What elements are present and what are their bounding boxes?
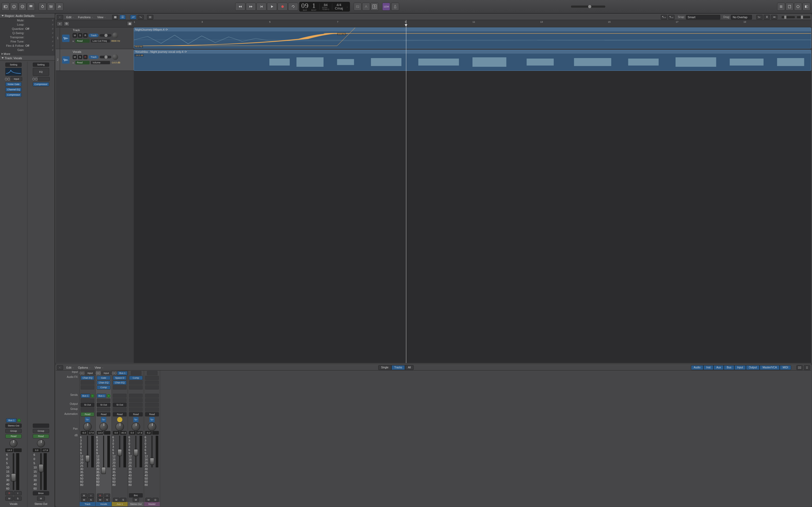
v-zoom-slider[interactable] (781, 16, 795, 18)
list-editors-button[interactable] (777, 3, 785, 11)
pan-knob[interactable] (112, 33, 118, 38)
strip-name[interactable]: Stereo Out (128, 502, 144, 506)
fx-slot-empty[interactable] (145, 385, 159, 390)
fader[interactable]: 605101520304060 (33, 453, 49, 490)
output-slot[interactable]: St Out (97, 403, 110, 407)
arrange-area[interactable]: 135791113151719 NightJourney-84bpm.4⟳ (134, 20, 811, 363)
track-header[interactable]: 1 Track MSR Track ▸ Read Low Cut Freq 95… (56, 27, 134, 49)
automation-slot[interactable]: Read (81, 412, 94, 416)
automation-value[interactable]: -14.0 dB (111, 61, 120, 64)
i-button[interactable]: I (104, 494, 110, 498)
inspector-row[interactable]: Quantize:Off⇵ (0, 27, 55, 31)
duplicate-track-button[interactable]: ⧉ (64, 21, 69, 26)
browsers-button[interactable] (803, 3, 810, 11)
input-slot[interactable]: Input (101, 371, 111, 375)
strip-name[interactable]: Aux 1 (112, 502, 128, 506)
fx-slot[interactable]: Gate (97, 376, 110, 380)
mixer-back-button[interactable] (57, 365, 63, 370)
pan-knob[interactable] (148, 422, 156, 431)
master-volume-slider[interactable] (571, 6, 605, 8)
record-button[interactable] (277, 3, 288, 11)
quick-help-button[interactable]: ? (18, 3, 27, 11)
s-button[interactable]: S (104, 498, 110, 502)
editors-button[interactable] (55, 3, 63, 11)
fx-slot[interactable]: Space D (113, 376, 126, 380)
m-button[interactable]: M (113, 498, 119, 502)
region-header[interactable]: Region: Audio Defaults (0, 13, 55, 18)
type-tab-output[interactable]: Output (746, 365, 760, 370)
output-slot[interactable] (145, 403, 159, 407)
autopunch-button[interactable] (362, 3, 370, 11)
inspector-row[interactable]: Gain:⇵ (0, 48, 55, 52)
eq-slot[interactable]: EQ (33, 68, 49, 76)
view-menu[interactable]: View⌵ (93, 365, 105, 370)
db-peak[interactable] (152, 431, 159, 435)
send-slot-empty[interactable] (145, 394, 159, 398)
r-button[interactable]: R (83, 55, 88, 59)
input-slot[interactable] (131, 371, 141, 375)
ruler[interactable]: 135791113151719 (134, 20, 811, 27)
track-icon[interactable] (62, 56, 69, 64)
pointer-tool[interactable]: ↖⌵ (661, 15, 667, 19)
group-slot[interactable]: Group (33, 429, 49, 433)
view-menu[interactable]: View⌵ (95, 15, 108, 19)
input-slot[interactable] (38, 77, 50, 81)
wave-icon[interactable] (133, 417, 139, 422)
input-slot[interactable]: Bus 1 (117, 371, 128, 375)
drag-select[interactable]: No Overlap (731, 15, 752, 19)
db-peak[interactable]: -17.9 (136, 431, 143, 435)
automation-value[interactable]: 9500 Hz (111, 40, 120, 42)
pan-knob[interactable] (99, 422, 108, 431)
fx-slot-empty[interactable] (81, 381, 94, 385)
input-slot[interactable]: Input (11, 77, 22, 81)
type-tab-inst[interactable]: Inst (703, 365, 713, 370)
db-value[interactable]: -14.0 (97, 431, 103, 435)
narrow-strip-button[interactable]: ▯ (804, 365, 810, 370)
fader[interactable]: 63036912162025303540506080 (128, 435, 144, 493)
m-button[interactable]: M (145, 498, 152, 502)
automation-param[interactable]: Low Cut Freq (91, 39, 110, 43)
type-tab-aux[interactable]: Aux (713, 365, 724, 370)
inspector-row[interactable]: Q-Swing:⇵ (0, 31, 55, 35)
bnc-button[interactable]: Bnc (129, 493, 143, 498)
inspector-row[interactable]: Flex & Follow:Off⇵ (0, 44, 55, 48)
output-slot[interactable]: St Out (81, 403, 94, 407)
metronome-button[interactable] (391, 3, 399, 11)
list-view-button[interactable]: ☰ (119, 15, 126, 19)
i-button[interactable]: I (14, 491, 22, 495)
h-zoom-slider[interactable] (797, 16, 810, 18)
wave-icon[interactable] (101, 417, 106, 422)
pan-knob[interactable] (115, 422, 124, 431)
send-slot[interactable]: Bus 1 (81, 394, 90, 398)
pan-knob[interactable] (9, 439, 17, 447)
s-button[interactable]: S (78, 55, 82, 59)
loops-button[interactable] (794, 3, 802, 11)
track-header[interactable]: Track: Vocals (0, 56, 55, 60)
stop-button[interactable] (256, 3, 266, 11)
fx-slot-empty[interactable] (145, 381, 159, 385)
region-track-1[interactable]: NightJourney-84bpm.4⟳ 9500 Hz 50.0 Hz (134, 27, 811, 49)
lcd-chevron-icon[interactable]: ⌵ (347, 6, 348, 8)
view-tab-tracks[interactable]: Tracks (392, 365, 405, 370)
more-disclosure[interactable]: More (0, 52, 55, 56)
s-button[interactable]: S (78, 33, 82, 38)
db-value[interactable]: 0.0 (129, 431, 136, 435)
strip-name[interactable]: Track (80, 502, 95, 506)
automation-mode[interactable]: Read (75, 39, 90, 43)
fx-slot[interactable]: Chan EQ (113, 381, 126, 385)
db-value[interactable]: 0.0 (113, 431, 119, 435)
fx-slot-empty[interactable] (129, 381, 143, 385)
fader[interactable]: 63036912162025303540506080 (144, 435, 160, 493)
forward-button[interactable] (246, 3, 256, 11)
track-name[interactable]: Vocals (73, 50, 133, 53)
db-value[interactable]: -5.2 (145, 431, 152, 435)
s-button[interactable]: S (14, 496, 22, 501)
flex-button[interactable] (138, 15, 144, 19)
output-slot[interactable]: Stereo Out (5, 424, 22, 428)
inspector-row[interactable]: Transpose:⇵ (0, 35, 55, 39)
db-peak[interactable]: -17.9 (41, 448, 49, 452)
group-slot[interactable] (81, 407, 94, 412)
automation-slot[interactable]: Read (97, 412, 110, 416)
automation-slot[interactable]: Read (145, 412, 159, 416)
fx-slot-empty[interactable] (129, 385, 143, 390)
